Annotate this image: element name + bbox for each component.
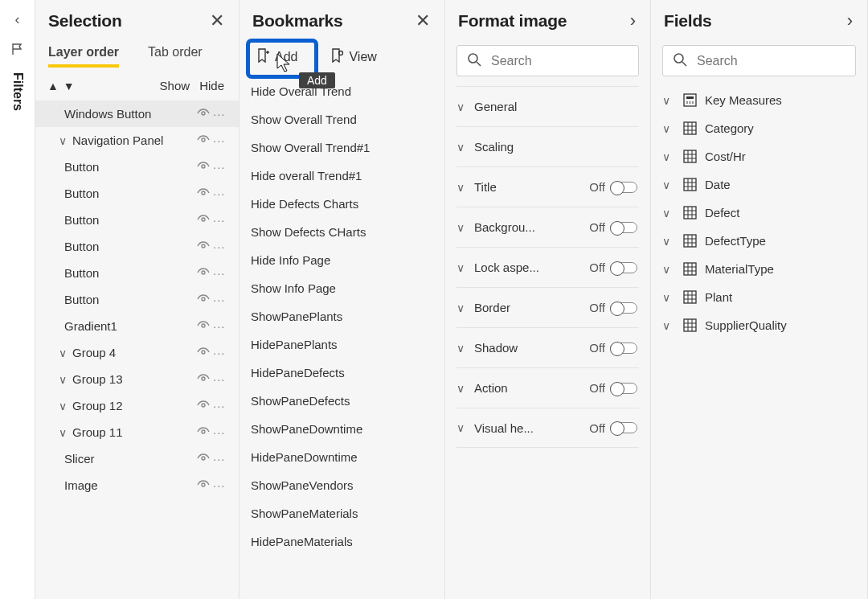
toggle-switch[interactable]	[610, 343, 637, 354]
format-section[interactable]: ∨Scaling	[457, 126, 639, 166]
visibility-icon[interactable]	[197, 399, 213, 412]
bookmark-item[interactable]: ShowPaneVendors	[240, 471, 444, 499]
toggle-switch[interactable]	[610, 262, 637, 273]
field-table-item[interactable]: ∨Defect	[659, 199, 859, 227]
tab-tab-order[interactable]: Tab order	[148, 45, 203, 68]
bookmark-item[interactable]: Hide Overall Trend	[240, 77, 444, 105]
visibility-icon[interactable]	[197, 372, 213, 386]
field-table-item[interactable]: ∨Key Measures	[659, 86, 859, 114]
close-bookmarks-button[interactable]: ✕	[414, 12, 432, 30]
visibility-icon[interactable]	[197, 133, 213, 147]
bookmark-item[interactable]: Show Info Page	[240, 274, 444, 302]
bookmark-item[interactable]: ShowPaneMaterials	[240, 499, 444, 527]
visibility-icon[interactable]	[197, 266, 213, 280]
format-section[interactable]: ∨BorderOff	[457, 287, 639, 327]
field-table-item[interactable]: ∨Category	[659, 114, 859, 142]
fields-search[interactable]	[662, 45, 856, 76]
filters-rail-label[interactable]: Filters	[10, 72, 25, 111]
format-section[interactable]: ∨ShadowOff	[457, 327, 639, 367]
layer-item[interactable]: Gradient1···	[35, 313, 239, 339]
more-options-icon[interactable]: ···	[213, 293, 231, 306]
layer-item[interactable]: Slicer···	[35, 445, 239, 472]
toggle-switch[interactable]	[610, 383, 637, 394]
layer-item[interactable]: ∨Group 13···	[35, 366, 239, 392]
toggle-switch[interactable]	[610, 182, 637, 193]
field-table-item[interactable]: ∨DefectType	[659, 227, 859, 255]
layer-item[interactable]: ∨Group 4···	[35, 339, 239, 366]
more-options-icon[interactable]: ···	[213, 187, 231, 200]
toggle-switch[interactable]	[610, 422, 637, 433]
format-search-input[interactable]	[489, 53, 628, 69]
format-section[interactable]: ∨General	[457, 86, 639, 126]
more-options-icon[interactable]: ···	[213, 452, 231, 466]
more-options-icon[interactable]: ···	[213, 213, 231, 227]
visibility-icon[interactable]	[197, 293, 213, 306]
format-section[interactable]: ∨Visual he...Off	[457, 408, 639, 448]
field-table-item[interactable]: ∨SupplierQuality	[659, 311, 859, 339]
more-options-icon[interactable]: ···	[213, 425, 231, 439]
move-down-button[interactable]: ▼	[61, 80, 77, 92]
bookmark-item[interactable]: ShowPaneDowntime	[240, 415, 444, 443]
more-options-icon[interactable]: ···	[213, 107, 231, 121]
visibility-icon[interactable]	[197, 160, 213, 174]
layer-item[interactable]: Windows Button···	[35, 101, 239, 127]
move-up-button[interactable]: ▲	[45, 80, 61, 92]
fields-search-input[interactable]	[695, 53, 845, 69]
more-options-icon[interactable]: ···	[213, 399, 231, 412]
field-table-item[interactable]: ∨Date	[659, 170, 859, 199]
bookmark-item[interactable]: Show Overall Trend	[240, 105, 444, 133]
toggle-switch[interactable]	[610, 302, 637, 314]
more-options-icon[interactable]: ···	[213, 319, 231, 333]
bookmark-item[interactable]: HidePanePlants	[240, 330, 444, 359]
layer-item[interactable]: Button···	[35, 154, 239, 180]
field-table-item[interactable]: ∨MaterialType	[659, 255, 859, 283]
bookmark-item[interactable]: HidePaneMaterials	[240, 527, 444, 556]
toggle-switch[interactable]	[610, 222, 637, 233]
bookmark-item[interactable]: Show Overall Trend#1	[240, 133, 444, 162]
field-table-item[interactable]: ∨Plant	[659, 283, 859, 311]
close-selection-button[interactable]: ✕	[208, 12, 226, 30]
filters-flag-icon[interactable]	[11, 43, 24, 58]
more-options-icon[interactable]: ···	[213, 372, 231, 386]
format-section[interactable]: ∨Lock aspe...Off	[457, 247, 639, 287]
more-options-icon[interactable]: ···	[213, 133, 231, 147]
bookmark-item[interactable]: Hide Info Page	[240, 246, 444, 274]
visibility-icon[interactable]	[197, 240, 213, 253]
bookmark-item[interactable]: HidePaneDowntime	[240, 443, 444, 471]
view-bookmark-button[interactable]: View	[325, 45, 381, 69]
layer-item[interactable]: ∨Group 12···	[35, 392, 239, 419]
bookmark-item[interactable]: HidePaneDefects	[240, 359, 444, 387]
layer-item[interactable]: Button···	[35, 180, 239, 207]
format-expand-chevron[interactable]: ›	[628, 12, 637, 30]
layer-item[interactable]: Button···	[35, 286, 239, 313]
bookmark-item[interactable]: ShowPaneDefects	[240, 387, 444, 415]
layer-item[interactable]: ∨Group 11···	[35, 419, 239, 445]
format-search[interactable]	[457, 45, 639, 76]
layer-item[interactable]: Button···	[35, 260, 239, 286]
visibility-icon[interactable]	[197, 425, 213, 439]
visibility-icon[interactable]	[197, 187, 213, 200]
visibility-icon[interactable]	[197, 452, 213, 466]
format-section[interactable]: ∨TitleOff	[457, 166, 639, 207]
field-table-item[interactable]: ∨Cost/Hr	[659, 142, 859, 170]
bookmark-item[interactable]: Hide overall Trend#1	[240, 162, 444, 190]
bookmark-item[interactable]: Hide Defects Charts	[240, 190, 444, 218]
column-hide-header[interactable]: Hide	[194, 79, 229, 92]
fields-expand-chevron[interactable]: ›	[845, 12, 854, 30]
layer-item[interactable]: ∨Navigation Panel···	[35, 127, 239, 154]
bookmark-item[interactable]: Show Defects CHarts	[240, 218, 444, 246]
bookmark-item[interactable]: ShowPanePlants	[240, 302, 444, 330]
visibility-icon[interactable]	[197, 107, 213, 121]
add-bookmark-button[interactable]: Add	[251, 45, 302, 69]
visibility-icon[interactable]	[197, 478, 213, 492]
column-show-header[interactable]: Show	[155, 79, 195, 92]
visibility-icon[interactable]	[197, 346, 213, 359]
layer-item[interactable]: Button···	[35, 207, 239, 233]
visibility-icon[interactable]	[197, 213, 213, 227]
format-section[interactable]: ∨ActionOff	[457, 367, 639, 408]
format-section[interactable]: ∨Backgrou...Off	[457, 207, 639, 247]
layer-item[interactable]: Button···	[35, 233, 239, 260]
more-options-icon[interactable]: ···	[213, 160, 231, 174]
more-options-icon[interactable]: ···	[213, 346, 231, 359]
expand-filters-chevron[interactable]: ‹	[15, 11, 20, 28]
